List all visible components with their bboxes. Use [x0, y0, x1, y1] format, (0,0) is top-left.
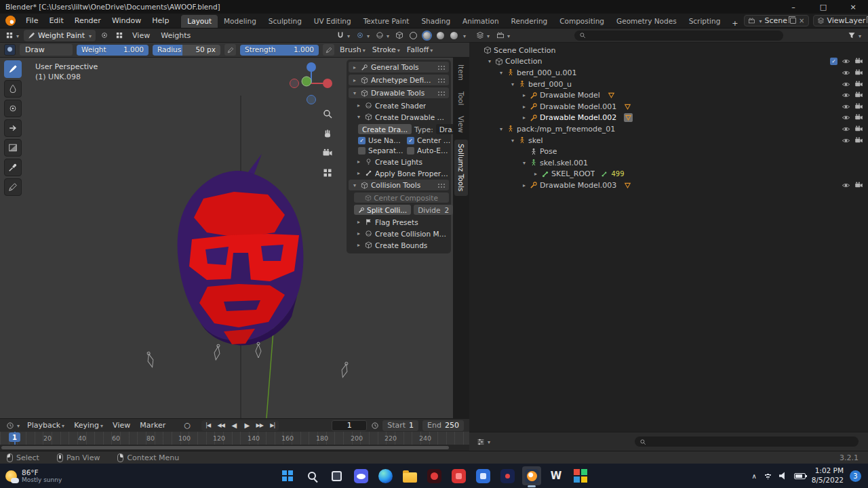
tab-modeling[interactable]: Modeling [218, 15, 262, 28]
camera-icon[interactable] [854, 57, 863, 66]
menu-window[interactable]: Window [106, 16, 146, 25]
mode-selector[interactable]: Weight Paint [24, 30, 96, 41]
outliner-row-berd-000-u[interactable]: ▾ berd_000_u [469, 79, 868, 90]
checkbox-checked-icon[interactable]: ✓ [358, 137, 366, 144]
tool-smear-button[interactable] [4, 119, 22, 137]
play-reverse-button[interactable]: ◀ [227, 420, 240, 431]
eye-icon[interactable] [842, 181, 850, 190]
proportional-edit-button[interactable] [354, 30, 372, 41]
outliner-filter-button[interactable] [846, 30, 863, 41]
tab-compositing[interactable]: Compositing [553, 15, 610, 28]
3d-viewport[interactable]: User Perspective (1) UNK.098 [0, 58, 453, 418]
menu-render[interactable]: Render [69, 16, 106, 25]
taskbar-weather-widget[interactable]: 86°F Mostly sunny [5, 464, 62, 488]
zoom-button[interactable] [320, 106, 335, 121]
use-preview-range-button[interactable] [368, 420, 381, 431]
app-button-4[interactable] [498, 466, 517, 485]
auto-keying-button[interactable]: ○ [180, 420, 193, 431]
shading-wireframe-button[interactable] [408, 30, 419, 41]
maximize-button[interactable]: □ [808, 0, 838, 14]
properties-search[interactable] [635, 436, 859, 447]
center-composite-button[interactable]: Center Composite [354, 192, 449, 203]
jump-to-end-button[interactable]: ▶| [266, 420, 279, 431]
minimize-button[interactable]: – [778, 0, 808, 14]
panel-drawable-tools[interactable]: ▾ Drawable Tools [349, 87, 449, 98]
frame-end-field[interactable]: End 250 [422, 420, 464, 431]
drawable-type-dropdown[interactable]: Dra... [436, 124, 453, 134]
new-scene-icon[interactable] [790, 18, 796, 24]
panel-grip-icon[interactable] [437, 78, 446, 83]
tool-sample-button[interactable] [4, 159, 22, 176]
xray-toggle-button[interactable] [393, 30, 406, 41]
notification-badge[interactable]: 3 [850, 470, 861, 482]
subpanel-create-shader[interactable]: ▸ Create Shader [349, 100, 449, 110]
brush-preview-icon[interactable] [4, 44, 16, 56]
toggle-ortho-button[interactable] [320, 165, 335, 180]
center-to-option[interactable]: ✓Center to ... [407, 136, 453, 144]
outliner-row-skel[interactable]: ▾ skel [469, 135, 868, 146]
camera-icon[interactable] [854, 80, 863, 89]
taskbar-clock[interactable]: 1:02 PM 8/5/2022 [812, 466, 844, 485]
timeline-scrollbar[interactable] [0, 445, 469, 451]
outliner-row-pack-mp-m-freemode[interactable]: ▾ pack:/mp_m_freemode_01 [469, 123, 868, 135]
scrollbar-thumb[interactable] [1, 446, 449, 449]
brush-menu[interactable]: Brush [338, 45, 367, 54]
tab-animation[interactable]: Animation [456, 15, 505, 28]
frame-start-field[interactable]: Start 1 [382, 420, 418, 431]
paint-mask-face-toggle[interactable] [113, 30, 125, 41]
blender-app-button[interactable] [522, 466, 541, 485]
gizmo-neg-z-axis[interactable] [307, 96, 316, 104]
panel-grip-icon[interactable] [437, 183, 446, 188]
tool-draw-button[interactable] [4, 60, 22, 78]
outliner-search[interactable] [574, 30, 783, 41]
scene-selector[interactable]: Scene × [744, 15, 809, 26]
editor-type-button[interactable] [3, 30, 21, 41]
gizmo-x-axis[interactable] [323, 79, 332, 88]
outliner-display-mode-button[interactable] [494, 30, 512, 41]
camera-icon[interactable] [854, 91, 863, 100]
subpanel-flag-presets[interactable]: ▸ Flag Presets [349, 217, 449, 227]
task-view-button[interactable] [327, 466, 346, 485]
gizmo-y-axis[interactable] [302, 77, 311, 86]
shading-material-button[interactable] [435, 30, 446, 41]
subpanel-create-drawable-objects[interactable]: ▾ Create Drawable Objects [349, 112, 449, 122]
close-button[interactable]: × [838, 0, 868, 14]
subpanel-create-bounds[interactable]: ▸ Create Bounds [349, 240, 449, 250]
outliner-editor-type-button[interactable] [474, 30, 492, 41]
camera-view-button[interactable] [320, 146, 335, 161]
camera-icon[interactable] [854, 136, 863, 145]
app-button-5[interactable] [571, 466, 590, 485]
tool-blur-button[interactable] [4, 80, 22, 98]
outliner-row-skel-skel-001[interactable]: ▾ skel.skel.001 [469, 157, 868, 169]
add-workspace-button[interactable]: + [726, 19, 743, 28]
tab-uv-editing[interactable]: UV Editing [308, 15, 357, 28]
panel-grip-icon[interactable] [437, 65, 446, 70]
weight-painted-head-mesh[interactable] [178, 154, 304, 346]
separate-option[interactable]: Separate ... [358, 146, 404, 155]
discord-app-button[interactable] [351, 466, 370, 485]
checkbox-unchecked-icon[interactable] [407, 147, 414, 155]
auto-embed-option[interactable]: Auto-Emb... [407, 146, 453, 155]
app-button-1[interactable] [425, 466, 443, 485]
blender-logo-icon[interactable] [5, 16, 16, 26]
outliner-row-scene-collection[interactable]: Scene Collection [469, 45, 868, 56]
camera-icon[interactable] [854, 181, 863, 190]
outliner-row-berd-000-u-001[interactable]: ▾ berd_000_u.001 [469, 67, 868, 79]
shading-rendered-button[interactable] [448, 30, 460, 41]
sidebar-tab-sollumz-tools[interactable]: Sollumz Tools [454, 140, 468, 196]
gizmo-z-axis[interactable] [307, 62, 316, 72]
camera-icon[interactable] [854, 68, 863, 77]
snap-toggle-button[interactable] [334, 30, 352, 41]
word-app-button[interactable]: W [547, 466, 566, 485]
eye-icon[interactable] [842, 102, 850, 111]
eye-icon[interactable] [842, 80, 850, 89]
menu-view[interactable]: View [128, 31, 154, 40]
collection-checkbox[interactable]: ✓ [830, 58, 837, 65]
panel-collision-tools[interactable]: ▾ Collision Tools [349, 180, 449, 190]
strength-slider[interactable]: Strength 1.000 [240, 45, 319, 56]
taskbar-search-button[interactable] [302, 466, 321, 485]
sidebar-tab-item[interactable]: Item [454, 60, 468, 85]
panel-grip-icon[interactable] [437, 91, 446, 96]
camera-icon[interactable] [854, 125, 863, 134]
create-drawable-button[interactable]: Create Dra... [358, 124, 412, 134]
